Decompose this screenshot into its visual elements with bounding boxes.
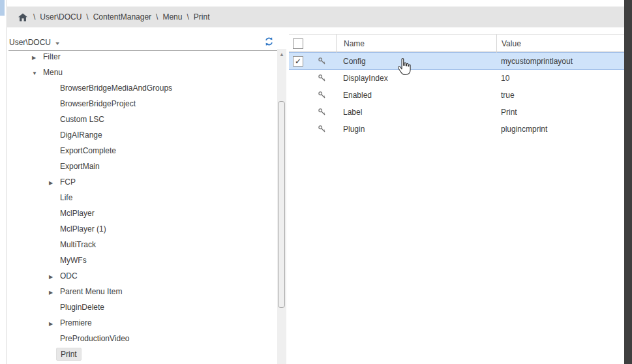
property-value: plugincmprint: [496, 125, 624, 134]
tree-item-label: Parent Menu Item: [60, 287, 122, 296]
breadcrumb-item-contentmanager[interactable]: ContentManager: [93, 12, 151, 22]
row-checkbox-checked[interactable]: ✓: [293, 56, 303, 67]
expander-icon[interactable]: [49, 177, 60, 187]
tree-item-label: ExportComplete: [60, 146, 116, 155]
grid-row-plugin[interactable]: Plugin plugincmprint: [289, 121, 624, 138]
property-name: Enabled: [336, 91, 496, 100]
properties-grid: Name Value ✓ Config mycustomprintlayout …: [289, 34, 624, 364]
tree-item-label: PreProductionVideo: [60, 334, 130, 343]
tree-item-preproductionvideo[interactable]: PreProductionVideo: [7, 331, 276, 346]
tree-panel: User\DOCU▾ Filter Menu BrowserBridgeMedi…: [7, 33, 289, 364]
tree-item-label: Premiere: [60, 318, 92, 327]
key-icon: [308, 57, 336, 66]
breadcrumb-item-print[interactable]: Print: [194, 12, 210, 22]
property-name: Config: [336, 57, 496, 66]
column-header-name[interactable]: Name: [336, 35, 496, 53]
tree-item-digairange[interactable]: DigAIRange: [7, 127, 276, 143]
breadcrumb-separator: \: [187, 12, 188, 22]
scrollbar-thumb[interactable]: [278, 101, 285, 308]
tree-item-exportcomplete[interactable]: ExportComplete: [7, 143, 276, 159]
tree-item-label: MultiTrack: [60, 240, 96, 249]
breadcrumb: \ User\DOCU \ ContentManager \ Menu \ Pr…: [7, 7, 624, 27]
tree-item-mclplayer[interactable]: MclPlayer: [7, 205, 276, 221]
grid-row-label[interactable]: Label Print: [289, 104, 624, 121]
tree-item-filter[interactable]: Filter: [7, 49, 276, 65]
check-icon: ✓: [295, 57, 301, 65]
tree-item-mclplayer-1[interactable]: MclPlayer (1): [7, 221, 276, 237]
tree-item-mywfs[interactable]: MyWFs: [7, 252, 276, 268]
key-icon: [308, 108, 336, 117]
column-header-value[interactable]: Value: [496, 35, 624, 53]
config-tree: Filter Menu BrowserBridgeMediaAndGroups …: [7, 49, 276, 362]
expander-icon[interactable]: [49, 287, 60, 296]
expander-icon[interactable]: [49, 318, 60, 327]
property-value: true: [496, 91, 624, 100]
tree-item-label: FCP: [60, 177, 76, 187]
tree-item-label: ODC: [60, 271, 78, 281]
scope-dropdown[interactable]: User\DOCU▾: [9, 38, 59, 47]
key-icon: [308, 125, 336, 134]
scope-dropdown-label: User\DOCU: [9, 38, 51, 47]
tree-item-fcp[interactable]: FCP: [7, 174, 276, 190]
tree-item-label: ExportMain: [60, 162, 100, 171]
property-value: 10: [496, 74, 624, 83]
right-dark-strip: [624, 0, 632, 364]
breadcrumb-separator: \: [156, 12, 158, 22]
expander-icon[interactable]: [49, 271, 60, 281]
tree-item-label: BrowserBridgeMediaAndGroups: [60, 83, 172, 93]
chevron-down-icon: ▾: [55, 40, 59, 46]
tree-item-label: Menu: [43, 68, 63, 77]
tree-item-label: Custom LSC: [60, 115, 104, 124]
breadcrumb-separator: \: [33, 12, 35, 22]
expander-icon[interactable]: [32, 52, 43, 61]
tree-item-label: BrowserBridgeProject: [60, 99, 136, 108]
tree-item-label: MclPlayer: [60, 209, 95, 218]
tree-item-label: DigAIRange: [60, 130, 102, 140]
tree-item-label: Life: [60, 193, 72, 202]
tree-item-label: Filter: [43, 52, 61, 61]
key-icon: [308, 91, 336, 100]
expander-icon[interactable]: [32, 68, 43, 77]
window-accent: [0, 0, 5, 16]
home-icon[interactable]: [18, 13, 27, 22]
tree-item-print[interactable]: Print: [7, 346, 276, 362]
grid-row-enabled[interactable]: Enabled true: [289, 87, 624, 104]
property-name: DisplayIndex: [336, 74, 496, 83]
property-value: Print: [496, 108, 624, 117]
refresh-icon[interactable]: [264, 37, 275, 47]
property-name: Label: [336, 108, 496, 117]
tree-item-exportmain[interactable]: ExportMain: [7, 159, 276, 174]
breadcrumb-item-menu[interactable]: Menu: [162, 12, 182, 22]
breadcrumb-item-user[interactable]: User\DOCU: [40, 12, 82, 22]
tree-item-browserbridgeproject[interactable]: BrowserBridgeProject: [7, 96, 276, 112]
tree-item-odc[interactable]: ODC: [7, 268, 276, 284]
tree-item-parent-menu-item[interactable]: Parent Menu Item: [7, 284, 276, 299]
scrollbar-up-icon[interactable]: ▲: [277, 52, 286, 57]
tree-item-premiere[interactable]: Premiere: [7, 315, 276, 331]
tree-item-label: PluginDelete: [60, 303, 104, 312]
property-name: Plugin: [336, 125, 496, 134]
breadcrumb-separator: \: [86, 12, 88, 22]
key-icon: [308, 74, 336, 83]
grid-header: Name Value: [289, 34, 624, 52]
tree-item-menu[interactable]: Menu: [7, 65, 276, 80]
tree-item-life[interactable]: Life: [7, 190, 276, 205]
tree-item-browserbridgemediaandgroups[interactable]: BrowserBridgeMediaAndGroups: [7, 80, 276, 96]
tree-item-label: MclPlayer (1): [60, 224, 106, 234]
grid-row-displayindex[interactable]: DisplayIndex 10: [289, 70, 624, 87]
grid-row-config[interactable]: ✓ Config mycustomprintlayout: [289, 52, 624, 70]
tree-item-plugindelete[interactable]: PluginDelete: [7, 299, 276, 315]
tree-item-label-selected: Print: [56, 348, 82, 361]
tree-item-multitrack[interactable]: MultiTrack: [7, 237, 276, 252]
property-value: mycustomprintlayout: [496, 57, 624, 66]
tree-scrollbar[interactable]: ▲: [277, 49, 286, 364]
tree-item-label: MyWFs: [60, 256, 87, 265]
tree-item-custom-lsc[interactable]: Custom LSC: [7, 112, 276, 127]
select-all-checkbox[interactable]: [293, 38, 303, 49]
